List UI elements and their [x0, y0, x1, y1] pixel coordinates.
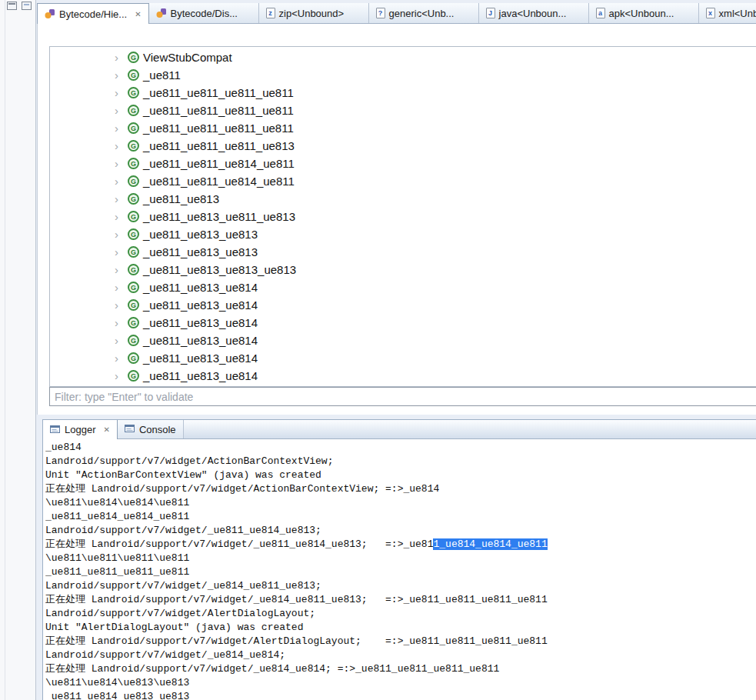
tree-item[interactable]: ›G_ue811_ue813_ue814: [50, 278, 756, 296]
editor-tab-label: Bytecode/Hie...: [59, 8, 127, 20]
expand-arrow-icon[interactable]: ›: [115, 140, 125, 152]
file-type-icon: z: [266, 8, 275, 18]
logger-line: _ue814: [45, 441, 756, 455]
tree-item-label: _ue811_ue813_ue814: [143, 298, 258, 312]
file-type-icon: a: [596, 8, 605, 18]
tree-item[interactable]: ›G_ue811: [50, 66, 756, 84]
logger-line: \ue811\ue814\ue813\ue813: [45, 676, 756, 690]
expand-arrow-icon[interactable]: ›: [115, 370, 125, 382]
logger-line: Landroid/support/v7/widget/_ue814_ue811_…: [45, 579, 756, 593]
filter-input[interactable]: [49, 387, 756, 406]
logger-line: Unit "AlertDialogLayout" (java) was crea…: [45, 621, 756, 635]
tree-item[interactable]: ›G_ue811_ue811_ue814_ue811: [50, 155, 756, 172]
tree-item[interactable]: ›G_ue811_ue811_ue811_ue811: [50, 102, 756, 119]
editor-tab-label: generic<Unb...: [389, 8, 455, 19]
tree-item[interactable]: ›G_ue811_ue811_ue814_ue811: [50, 172, 756, 190]
editor-tab-bytecode-dis[interactable]: Bytecode/Dis...: [149, 3, 259, 23]
editor-tab-zip-unbound[interactable]: zzip<Unbound>: [259, 3, 369, 23]
restore-icon[interactable]: [22, 2, 32, 10]
expand-arrow-icon[interactable]: ›: [115, 317, 125, 328]
tree-item[interactable]: ›G_ue811_ue813_ue811_ue813: [50, 208, 756, 225]
tree-item[interactable]: ›G_ue811_ue813_ue813: [50, 243, 756, 261]
tree-item[interactable]: ›G_ue811_ue813_ue813: [50, 225, 756, 243]
tree-item[interactable]: ›G_ue811_ue813_ue814: [50, 367, 756, 385]
logger-line: 正在处理 Landroid/support/v7/widget/ActionBa…: [45, 482, 756, 496]
logger-line: Landroid/support/v7/widget/ActionBarCont…: [45, 455, 756, 468]
expand-arrow-icon[interactable]: ›: [115, 105, 125, 116]
editor-tab-java-unboun[interactable]: Jjava<Unboun...: [479, 3, 589, 23]
tree-item[interactable]: ›G_ue811_ue813_ue814: [50, 296, 756, 314]
expand-arrow-icon[interactable]: ›: [115, 264, 125, 275]
class-icon: G: [128, 122, 139, 134]
editor-tab-xml-unbound[interactable]: xxml<Unbound>: [699, 3, 756, 23]
tree-item[interactable]: ›G_ue811_ue813_ue814: [50, 349, 756, 367]
tree-item-label: _ue811_ue811_ue811_ue811: [143, 86, 294, 99]
console-tab-bar: Logger✕Console: [43, 420, 756, 439]
bytecode-view-icon: [45, 8, 55, 19]
expand-arrow-icon[interactable]: ›: [115, 52, 125, 63]
editor-tab-generic-unb[interactable]: ?generic<Unb...: [369, 3, 479, 23]
tree-item[interactable]: ›G_ue811_ue811_ue811_ue813: [50, 137, 756, 155]
class-icon: G: [128, 52, 139, 63]
console-panel: Logger✕Console _ue814Landroid/support/v7…: [42, 419, 756, 700]
logger-output[interactable]: _ue814Landroid/support/v7/widget/ActionB…: [45, 441, 756, 700]
tree-item-label: _ue811_ue811_ue814_ue811: [143, 157, 295, 170]
logger-line: Unit "ActionBarContextView" (java) was c…: [45, 468, 756, 482]
expand-arrow-icon[interactable]: ›: [115, 122, 125, 134]
tree-item[interactable]: ›GViewStubCompat: [50, 48, 756, 66]
tree-item-label: _ue811_ue813_ue814: [143, 281, 258, 294]
tree-item-label: ViewStubCompat: [143, 51, 232, 64]
tab-console[interactable]: Console: [118, 420, 184, 438]
expand-arrow-icon[interactable]: ›: [115, 158, 125, 169]
tree-item[interactable]: ›G_ue811_ue811_ue811_ue811: [50, 119, 756, 137]
tree-item[interactable]: ›G_ue811_ue813_ue814: [50, 314, 756, 332]
editor-tab-label: Bytecode/Dis...: [171, 8, 238, 19]
view-stack-controls: [7, 2, 32, 10]
expand-arrow-icon[interactable]: ›: [115, 352, 125, 364]
editor-tab-apk-unboun[interactable]: aapk<Unboun...: [589, 3, 699, 23]
tree-item[interactable]: ›G_ue811_ue811_ue811_ue811: [50, 84, 756, 102]
class-icon: G: [128, 69, 139, 81]
expand-arrow-icon[interactable]: ›: [115, 193, 125, 205]
tree-item-label: _ue811_ue811_ue811_ue811: [143, 104, 294, 117]
tree-item-label: _ue811_ue813_ue813: [143, 228, 258, 241]
expand-arrow-icon[interactable]: ›: [115, 69, 125, 81]
minimized-view-strip[interactable]: [0, 0, 36, 700]
editor-tab-bytecode-hie[interactable]: Bytecode/Hie...✕: [37, 3, 149, 24]
class-icon: G: [128, 105, 139, 116]
tab-logger[interactable]: Logger✕: [43, 420, 118, 439]
close-tab-icon[interactable]: ✕: [103, 425, 109, 434]
tree-item[interactable]: ›G_ue811_ue813: [50, 190, 756, 208]
tree-item-label: _ue811_ue813: [143, 192, 219, 205]
close-tab-icon[interactable]: ✕: [135, 10, 141, 18]
tree-item-label: _ue811_ue813_ue814: [143, 316, 258, 329]
logger-line: Landroid/support/v7/widget/_ue814_ue814;: [45, 648, 756, 662]
class-icon: G: [128, 228, 139, 240]
logger-line: 正在处理 Landroid/support/v7/widget/_ue811_u…: [45, 538, 756, 552]
tree-item-label: _ue811_ue813_ue813: [143, 245, 258, 258]
expand-arrow-icon[interactable]: ›: [115, 282, 125, 293]
expand-arrow-icon[interactable]: ›: [115, 335, 125, 346]
tree-item-label: _ue811_ue811_ue811_ue813: [143, 139, 295, 152]
class-icon: G: [128, 335, 139, 346]
file-type-icon: J: [486, 8, 495, 18]
tree-item-label: _ue811_ue811_ue811_ue811: [143, 122, 294, 135]
expand-arrow-icon[interactable]: ›: [115, 228, 125, 240]
tree-item[interactable]: ›G_ue811_ue813_ue814: [50, 332, 756, 349]
expand-arrow-icon[interactable]: ›: [115, 211, 125, 222]
expand-arrow-icon[interactable]: ›: [115, 246, 125, 258]
class-icon: G: [128, 158, 139, 169]
logger-line: Landroid/support/v7/widget/AlertDialogLa…: [45, 607, 756, 621]
bytecode-hierarchy-view: ›GViewStubCompat›G_ue811›G_ue811_ue811_u…: [37, 24, 756, 415]
tree-item[interactable]: ›G_ue811_ue813_ue813_ue813: [50, 261, 756, 278]
class-tree[interactable]: ›GViewStubCompat›G_ue811›G_ue811_ue811_u…: [49, 46, 756, 387]
logger-line: _ue811_ue814_ue813_ue813: [45, 690, 756, 700]
expand-arrow-icon[interactable]: ›: [115, 87, 125, 98]
logger-line: Landroid/support/v7/widget/_ue811_ue814_…: [45, 524, 756, 538]
expand-arrow-icon[interactable]: ›: [115, 175, 125, 187]
minimize-icon[interactable]: [7, 2, 17, 10]
tree-item-label: _ue811_ue813_ue814: [143, 352, 258, 365]
class-icon: G: [128, 193, 139, 205]
class-icon: G: [128, 352, 139, 364]
expand-arrow-icon[interactable]: ›: [115, 299, 125, 311]
